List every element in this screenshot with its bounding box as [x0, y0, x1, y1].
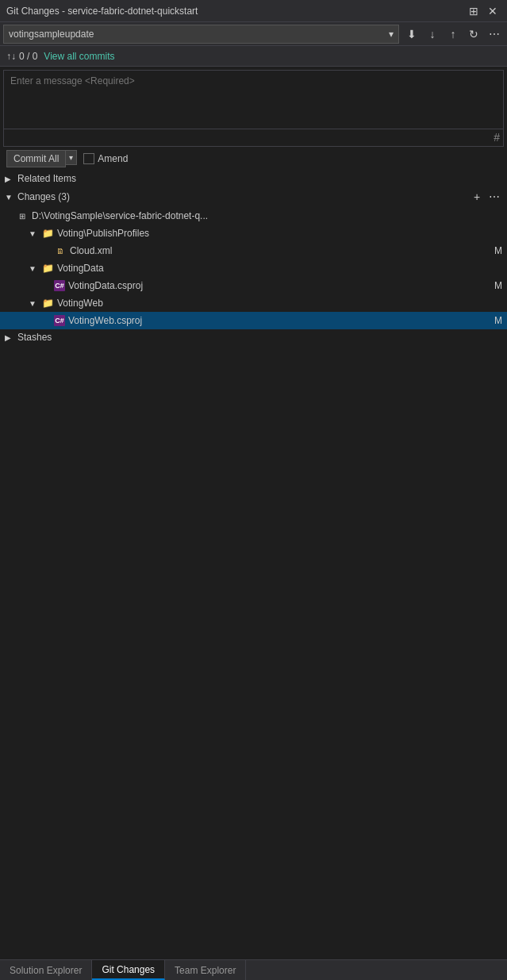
- commit-dropdown-button[interactable]: ▾: [66, 150, 77, 165]
- more-options-icon[interactable]: ⋯: [485, 25, 504, 44]
- votingweb-csharp-icon: C#: [54, 315, 65, 326]
- tree-section: ▶ Related Items ▼ Changes (3) + ⋯ ⊞ D:\V…: [0, 171, 507, 959]
- votingweb-csproj-item[interactable]: C# VotingWeb.csproj M: [0, 312, 507, 329]
- votingdata-folder-icon: 📁: [41, 262, 54, 275]
- sync-info: ↑↓ 0 / 0 View all commits: [6, 51, 115, 62]
- publishprofiles-chevron: ▼: [29, 229, 38, 238]
- related-items-header[interactable]: ▶ Related Items: [0, 171, 507, 186]
- cloud-xml-label: Cloud.xml: [70, 245, 491, 256]
- title-bar: Git Changes - service-fabric-dotnet-quic…: [0, 0, 507, 22]
- votingweb-chevron: ▼: [29, 299, 38, 308]
- repo-icon: ⊞: [16, 209, 29, 222]
- publishprofiles-folder[interactable]: ▼ 📁 Voting\PublishProfiles: [0, 225, 507, 242]
- votingdata-label: VotingData: [57, 263, 502, 274]
- push-icon[interactable]: ↑: [444, 25, 463, 44]
- votingdata-csproj-label: VotingData.csproj: [68, 280, 491, 291]
- solution-explorer-tab[interactable]: Solution Explorer: [0, 960, 92, 980]
- votingweb-label: VotingWeb: [57, 298, 502, 309]
- add-all-button[interactable]: +: [469, 189, 485, 205]
- related-items-title: Related Items: [17, 173, 76, 184]
- sync-row: ↑↓ 0 / 0 View all commits: [0, 46, 507, 67]
- stashes-chevron: ▶: [5, 333, 14, 342]
- sync-counts: 0 / 0: [19, 51, 37, 62]
- votingdata-folder[interactable]: ▼ 📁 VotingData: [0, 259, 507, 277]
- xml-file-icon: 🗎: [54, 244, 67, 257]
- folder-icon: 📁: [41, 227, 54, 240]
- votingdata-csproj-status: M: [494, 280, 502, 291]
- branch-dropdown-arrow: ▾: [389, 29, 394, 40]
- stashes-title: Stashes: [17, 332, 52, 343]
- hash-icon: #: [494, 131, 500, 144]
- commit-all-group: Commit All ▾: [6, 150, 77, 167]
- votingdata-csproj-item[interactable]: C# VotingData.csproj M: [0, 277, 507, 294]
- view-all-commits-link[interactable]: View all commits: [44, 51, 114, 62]
- votingdata-chevron: ▼: [29, 264, 38, 273]
- changes-header[interactable]: ▼ Changes (3) + ⋯: [0, 186, 507, 207]
- pin-icon[interactable]: ⊞: [466, 3, 482, 19]
- votingweb-csproj-status: M: [494, 315, 502, 326]
- team-explorer-tab[interactable]: Team Explorer: [165, 960, 246, 980]
- repo-root-label: D:\VotingSample\service-fabric-dotnet-q.…: [32, 210, 502, 221]
- bottom-tabbar: Solution Explorer Git Changes Team Explo…: [0, 959, 507, 980]
- amend-checkbox[interactable]: [83, 153, 94, 164]
- commit-all-button[interactable]: Commit All: [6, 150, 66, 167]
- message-footer: #: [4, 129, 503, 146]
- close-icon[interactable]: ✕: [485, 3, 501, 19]
- sync-icon[interactable]: ↻: [464, 25, 483, 44]
- branch-actions: ⬇ ↓ ↑ ↻ ⋯: [402, 25, 504, 44]
- csharp-file-icon: C#: [54, 280, 65, 291]
- related-items-chevron: ▶: [5, 175, 14, 183]
- pull-icon[interactable]: ↓: [423, 25, 442, 44]
- commit-row: Commit All ▾ Amend: [0, 147, 507, 171]
- cloud-xml-status: M: [494, 245, 502, 256]
- amend-container: Amend: [83, 153, 128, 164]
- branch-dropdown[interactable]: votingsampleupdate ▾: [3, 25, 399, 44]
- commit-message-area: #: [3, 70, 504, 147]
- amend-label: Amend: [98, 153, 128, 164]
- votingweb-folder[interactable]: ▼ 📁 VotingWeb: [0, 294, 507, 312]
- changes-actions: + ⋯: [469, 189, 502, 205]
- commit-message-input[interactable]: [4, 71, 503, 126]
- window-title: Git Changes - service-fabric-dotnet-quic…: [6, 6, 466, 17]
- stashes-header[interactable]: ▶ Stashes: [0, 329, 507, 345]
- fetch-icon[interactable]: ⬇: [402, 25, 421, 44]
- publishprofiles-label: Voting\PublishProfiles: [57, 228, 502, 239]
- cloud-xml-item[interactable]: 🗎 Cloud.xml M: [0, 242, 507, 259]
- title-bar-controls: ⊞ ✕: [466, 3, 501, 19]
- votingweb-csproj-label: VotingWeb.csproj: [68, 315, 491, 326]
- git-changes-tab[interactable]: Git Changes: [92, 960, 165, 980]
- changes-chevron: ▼: [5, 193, 14, 202]
- branch-row: votingsampleupdate ▾ ⬇ ↓ ↑ ↻ ⋯: [0, 22, 507, 46]
- changes-more-button[interactable]: ⋯: [486, 189, 502, 205]
- changes-title: Changes (3): [17, 191, 70, 202]
- repo-root-item[interactable]: ⊞ D:\VotingSample\service-fabric-dotnet-…: [0, 207, 507, 225]
- votingweb-folder-icon: 📁: [41, 297, 54, 309]
- sync-arrows: ↑↓: [6, 51, 16, 62]
- branch-name: votingsampleupdate: [9, 29, 94, 40]
